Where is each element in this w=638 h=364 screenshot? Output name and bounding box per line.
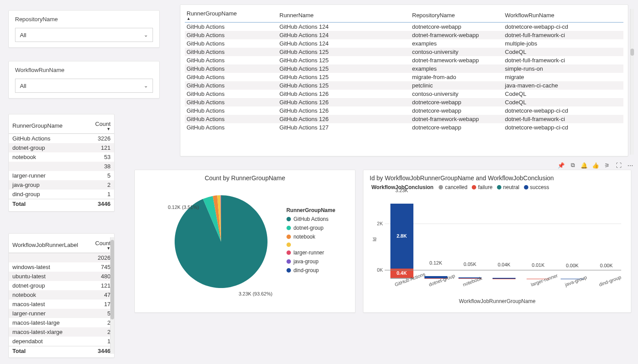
filter-repository-value: All: [20, 32, 26, 38]
legend-item[interactable]: java-group: [287, 258, 336, 265]
col-header[interactable]: RunnerGroupName: [9, 118, 84, 134]
table-row[interactable]: GitHub Actions3226: [9, 134, 114, 144]
pie-legend: RunnerGroupName GitHub Actionsdotnet-gro…: [287, 207, 336, 276]
table-total-row: Total3446: [9, 346, 114, 356]
filter-icon[interactable]: ⚞: [603, 161, 611, 170]
table-row[interactable]: macos-latest-large2: [9, 318, 114, 327]
bar-chart-card: Id by WorkflowJobRunnerGroupName and Wor…: [363, 170, 631, 313]
col-header[interactable]: RunnerGroupName ▲: [185, 8, 278, 23]
scrollbar-thumb[interactable]: [630, 49, 634, 56]
col-header[interactable]: Count ▼: [84, 118, 114, 134]
table-row[interactable]: java-group2: [9, 180, 114, 190]
bar-value-label: 3.23K: [395, 188, 408, 195]
col-header[interactable]: RunnerName: [278, 8, 410, 23]
more-icon[interactable]: ⋯: [626, 161, 634, 170]
filter-repository-select[interactable]: All ⌄: [15, 28, 153, 42]
table-row[interactable]: GitHub ActionsGitHub Actions 125dotnet-f…: [185, 56, 623, 64]
pie-annotation: 3.23K (93.62%): [239, 291, 272, 296]
col-header[interactable]: RepositoryName: [410, 8, 503, 23]
chevron-down-icon: ⌄: [144, 32, 148, 38]
table-row[interactable]: GitHub ActionsGitHub Actions 125migrate-…: [185, 73, 623, 81]
table-row[interactable]: GitHub ActionsGitHub Actions 124dotnet-f…: [185, 31, 623, 39]
x-axis-label: WorkflowJobRunnerGroupName: [370, 298, 625, 304]
filter-repository: RepositoryName All ⌄: [8, 10, 160, 48]
bar-value-label: 0.12K: [429, 260, 442, 267]
table-row[interactable]: macos-latest-xlarge2: [9, 327, 114, 337]
bar-value-label: 0.05K: [463, 262, 476, 269]
table-row[interactable]: GitHub ActionsGitHub Actions 126dotnetco…: [185, 98, 623, 106]
bar-value-label: 0.01K: [532, 262, 545, 269]
legend-item[interactable]: larger-runner: [287, 250, 336, 256]
table-row[interactable]: windows-latest745: [9, 262, 114, 272]
legend-title: RunnerGroupName: [287, 207, 336, 213]
table-row[interactable]: notebook47: [9, 290, 114, 300]
filter-workflow-label: WorkflowRunName: [15, 67, 153, 73]
col-header[interactable]: WorkflowJobRunnerLabel: [9, 237, 89, 253]
table-row[interactable]: 38: [9, 162, 114, 171]
legend-item[interactable]: neutral: [497, 184, 520, 190]
table-row[interactable]: GitHub ActionsGitHub Actions 126dotnetco…: [185, 106, 623, 115]
table-row[interactable]: notebook53: [9, 152, 114, 162]
sort-desc-icon: ▼: [88, 127, 111, 131]
filter-workflow-value: All: [20, 83, 26, 89]
y-tick-label: 2K: [377, 221, 385, 226]
runs-table: RunnerGroupName ▲ RunnerName RepositoryN…: [180, 4, 628, 156]
bell-icon[interactable]: 🔔: [580, 161, 588, 170]
legend-item[interactable]: failure: [472, 184, 493, 190]
focus-icon[interactable]: ⛶: [614, 161, 623, 170]
like-icon[interactable]: 👍: [591, 161, 600, 170]
table-row[interactable]: GitHub ActionsGitHub Actions 125contoso-…: [185, 48, 623, 56]
runner-group-table: RunnerGroupName Count ▼ GitHub Actions32…: [8, 114, 115, 212]
chevron-down-icon: ⌄: [144, 83, 148, 89]
sort-desc-icon: ▼: [93, 246, 111, 250]
scrollbar-thumb[interactable]: [111, 240, 114, 319]
y-axis-label: Id: [372, 237, 377, 241]
filter-workflow: WorkflowRunName All ⌄: [8, 61, 160, 99]
table-row[interactable]: GitHub ActionsGitHub Actions 125petclini…: [185, 81, 623, 90]
pie-chart-title: Count by RunnerGroupName: [141, 174, 349, 182]
bar-legend: WorkflowJobConclusion cancelledfailurene…: [371, 184, 625, 190]
y-tick-label: 0K: [377, 267, 385, 273]
table-row[interactable]: ubuntu-latest480: [9, 272, 114, 281]
sort-asc-icon: ▲: [187, 17, 276, 20]
pin-icon[interactable]: 📌: [557, 161, 565, 170]
bar-column[interactable]: 2.8K0.4K: [390, 204, 413, 279]
copy-icon[interactable]: ⧉: [568, 161, 577, 170]
legend-item[interactable]: notebook: [287, 234, 336, 240]
legend-item[interactable]: GitHub Actions: [287, 216, 336, 222]
legend-item[interactable]: [287, 243, 336, 247]
table-total-row: Total3446: [9, 199, 114, 209]
visual-toolbar: 📌 ⧉ 🔔 👍 ⚞ ⛶ ⋯: [557, 161, 634, 170]
table-row[interactable]: larger-runner5: [9, 309, 114, 318]
table-row[interactable]: GitHub ActionsGitHub Actions 124examples…: [185, 39, 623, 48]
table-row[interactable]: GitHub ActionsGitHub Actions 127dotnetco…: [185, 123, 623, 132]
bar-chart[interactable]: Id 0K2K2.8K0.4K3.23K0.12K0.05K0.04K0.01K…: [385, 195, 621, 279]
table-row[interactable]: macos-latest17: [9, 300, 114, 309]
scrollbar[interactable]: [630, 9, 634, 155]
table-row[interactable]: dotnet-group121: [9, 281, 114, 290]
table-row[interactable]: 2026: [9, 253, 114, 263]
table-row[interactable]: GitHub ActionsGitHub Actions 125examples…: [185, 64, 623, 73]
table-row[interactable]: GitHub ActionsGitHub Actions 126contoso-…: [185, 90, 623, 98]
legend-item[interactable]: success: [524, 184, 549, 190]
bar-chart-title: Id by WorkflowJobRunnerGroupName and Wor…: [370, 174, 625, 182]
legend-item[interactable]: dind-group: [287, 267, 336, 273]
bar-x-axis: GitHub Actionsdotnet-groupnotebooklarger…: [385, 279, 625, 296]
bar-value-label: 0.04K: [498, 262, 511, 269]
table-row[interactable]: dotnet-group121: [9, 143, 114, 152]
pie-annotation: 0.12K (3.51%): [168, 205, 199, 210]
filter-repository-label: RepositoryName: [15, 16, 153, 23]
col-header[interactable]: WorkflowRunName: [503, 8, 623, 23]
scrollbar[interactable]: [110, 237, 114, 354]
table-row[interactable]: GitHub ActionsGitHub Actions 124dotnetco…: [185, 23, 623, 31]
table-row[interactable]: larger-runner5: [9, 171, 114, 180]
filter-workflow-select[interactable]: All ⌄: [15, 79, 153, 93]
legend-item[interactable]: cancelled: [439, 184, 467, 190]
table-row[interactable]: dind-group1: [9, 190, 114, 199]
runner-label-table: WorkflowJobRunnerLabel Count ▼ 2026windo…: [8, 233, 115, 358]
legend-item[interactable]: dotnet-group: [287, 225, 336, 231]
table-row[interactable]: GitHub ActionsGitHub Actions 126dotnet-f…: [185, 115, 623, 123]
table-row[interactable]: dependabot1: [9, 337, 114, 346]
pie-chart-card: Count by RunnerGroupName 0.12K (3.51%)3.…: [134, 170, 355, 313]
bar-value-label: 0.00K: [566, 263, 579, 270]
